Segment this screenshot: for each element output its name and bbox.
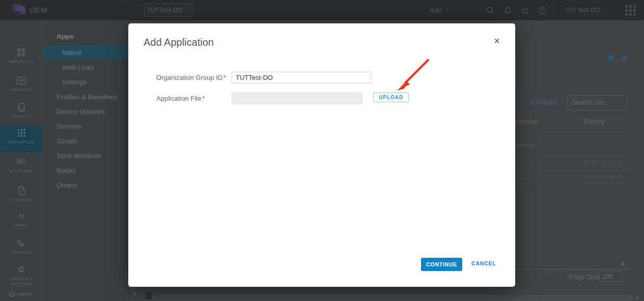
top-bar: UEM TUTTest-DO ⌄ Add ⌄ xyxy=(0,0,644,20)
column-header-rating: Rating xyxy=(584,117,604,126)
devices-icon xyxy=(18,103,25,112)
dialog-title: Add Application xyxy=(144,37,214,48)
add-menu[interactable]: Add ⌄ xyxy=(430,7,450,14)
rating-stars-row: ★★★★★ xyxy=(582,158,623,167)
sidebar-item-web-links[interactable]: Web Links xyxy=(43,60,131,75)
star-icon: ★ xyxy=(599,158,606,167)
sidebar-collapse-chevron[interactable]: ‹ xyxy=(133,289,136,297)
sidebar-item-telecom[interactable]: TELECOM xyxy=(0,236,43,255)
sidebar-item-content[interactable]: CONTENT xyxy=(0,183,43,203)
sidebar-item-scripts[interactable]: Scripts xyxy=(43,134,131,148)
resources-icon xyxy=(17,129,26,137)
required-asterisk: * xyxy=(223,74,226,81)
sidebar-item-accounts[interactable]: ACCOUNTS xyxy=(0,155,43,174)
org-group-id-label: Organization Group ID* xyxy=(156,74,226,81)
sidebar-item-native[interactable]: Native xyxy=(43,45,131,60)
email-icon: ✉ xyxy=(18,213,25,220)
star-icon: ★ xyxy=(607,158,614,167)
sidebar-item-books[interactable]: Books xyxy=(43,163,131,178)
content-icon xyxy=(18,186,25,195)
sidebar-item-profiles-baselines[interactable]: Profiles & Baselines xyxy=(43,89,131,104)
sidebar-item-resources[interactable]: RESOURCES xyxy=(0,126,43,153)
add-application-dialog: Add Application × Organization Group ID*… xyxy=(128,23,515,287)
rating-stars-row: ★★★★★ xyxy=(582,172,623,181)
star-icon: ★ xyxy=(607,172,614,181)
star-icon: ★ xyxy=(616,158,623,167)
account-menu[interactable]: TUTTest-DO ⌄ xyxy=(556,7,617,14)
accounts-icon xyxy=(16,158,27,166)
main-sidebar: FREESTYLE MONITOR DEVICES RESOURCES xyxy=(0,20,43,301)
help-icon[interactable] xyxy=(538,6,547,15)
org-group-id-input[interactable] xyxy=(232,72,371,83)
sidebar-item-orders[interactable]: Orders xyxy=(43,178,131,193)
annotation-arrow xyxy=(380,53,441,99)
sidebar-item-monitor[interactable]: MONITOR xyxy=(0,73,43,93)
sidebar-item-email[interactable]: ✉ EMAIL xyxy=(0,209,43,228)
horizontal-scrollbar[interactable] xyxy=(152,295,632,300)
sidebar-item-device-updates[interactable]: Device Updates xyxy=(43,104,131,119)
favorites-star-icon[interactable] xyxy=(521,6,529,15)
page-size-select[interactable]: 100 ⌄ xyxy=(599,271,623,282)
sidebar-item-about[interactable]: ABOUT xyxy=(0,286,43,301)
star-icon: ★ xyxy=(591,172,597,181)
app-title: UEM xyxy=(30,6,47,14)
uem-console: UEM TUTTest-DO ⌄ Add ⌄ xyxy=(0,0,644,301)
monitor-icon xyxy=(16,76,26,85)
gear-icon: ⚙ xyxy=(17,265,25,274)
sidebar-item-groups-settings[interactable]: ⚙ GROUPS & SETTINGS xyxy=(0,262,43,287)
application-file-label: Application File* xyxy=(156,95,205,102)
star-icon: ★ xyxy=(599,172,606,181)
home-icon[interactable] xyxy=(607,54,615,64)
export-button[interactable]: EXPORT xyxy=(525,95,564,110)
star-icon: ★ xyxy=(582,172,589,181)
workspace-one-logo[interactable] xyxy=(11,3,29,18)
favorite-star-icon[interactable]: ★ xyxy=(621,54,628,64)
sidebar-section-apps[interactable]: Apps xyxy=(43,20,131,45)
chevron-down-icon: ⌄ xyxy=(444,8,450,11)
chevron-down-icon: ⌄ xyxy=(186,8,191,11)
info-icon xyxy=(9,291,15,297)
continue-button[interactable]: CONTINUE xyxy=(421,258,462,271)
panel-corner xyxy=(146,292,152,299)
sidebar-item-sensors[interactable]: Sensors xyxy=(43,119,131,134)
sidebar-item-devices[interactable]: DEVICES xyxy=(0,100,43,119)
freestyle-icon xyxy=(16,48,26,57)
sidebar-item-settings[interactable]: Settings xyxy=(43,75,131,89)
apps-sidebar: Apps Native Web Links Settings Profiles … xyxy=(43,20,131,301)
search-icon[interactable] xyxy=(486,6,495,15)
app-grid-icon[interactable] xyxy=(617,5,644,16)
star-icon: ★ xyxy=(582,158,589,167)
telecom-icon xyxy=(17,239,26,248)
close-icon[interactable]: × xyxy=(494,36,500,46)
chevron-down-icon: ⌄ xyxy=(614,274,620,277)
next-page-icon[interactable]: ▶ xyxy=(622,260,626,267)
page-size-label: Page Size: xyxy=(569,273,601,281)
notifications-bell-icon[interactable] xyxy=(503,6,512,15)
application-file-input xyxy=(232,93,362,104)
sidebar-item-freestyle[interactable]: FREESTYLE xyxy=(0,45,43,65)
star-icon: ★ xyxy=(616,172,623,181)
star-icon: ★ xyxy=(591,158,597,167)
organization-group-selector[interactable]: TUTTest-DO ⌄ xyxy=(144,3,193,17)
required-asterisk: * xyxy=(202,95,205,102)
search-list-input[interactable] xyxy=(567,95,627,110)
cancel-button[interactable]: CANCEL xyxy=(471,260,496,266)
upload-button[interactable]: UPLOAD xyxy=(373,93,409,102)
scroll-right-icon[interactable]: ▶ xyxy=(636,295,640,300)
chevron-down-icon: ⌄ xyxy=(603,8,608,11)
sidebar-item-time-windows[interactable]: Time Windows xyxy=(43,148,131,163)
